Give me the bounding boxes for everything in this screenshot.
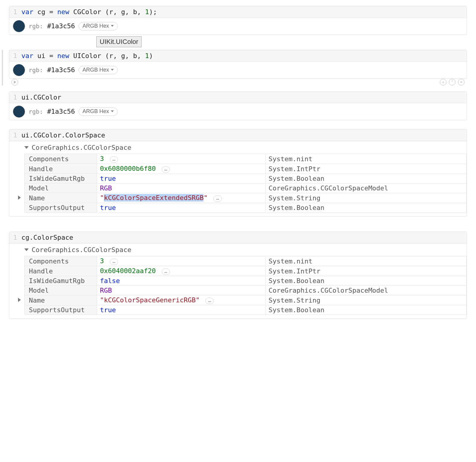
code-input-row[interactable]: 1 cg.ColorSpace xyxy=(9,232,467,243)
format-dropdown[interactable]: ARGB Hex xyxy=(79,66,118,74)
type-tooltip: UIKit.UIColor xyxy=(96,36,142,47)
code-text: var cg = new CGColor (r, g, b, 1); xyxy=(21,8,157,16)
property-name: SupportsOutput xyxy=(25,203,97,213)
object-type-header[interactable]: CoreGraphics.CGColorSpace xyxy=(9,141,467,154)
run-cell-button[interactable] xyxy=(11,79,18,85)
property-type: System.Boolean xyxy=(266,305,467,315)
color-swatch[interactable] xyxy=(13,20,25,32)
table-row: Name"kCGColorSpaceGenericRGB" …System.St… xyxy=(25,295,467,305)
table-row: Name"kCGColorSpaceExtendedSRGB" …System.… xyxy=(25,193,467,203)
cell-toolbar: + ” × xyxy=(9,79,467,85)
property-value: "kCGColorSpaceExtendedSRGB" … xyxy=(97,193,266,203)
play-icon xyxy=(14,81,16,84)
property-value: 0x6040002aaf20 … xyxy=(97,266,266,276)
code-cell-3: 1 ui.CGColor rgb: #1a3c56 ARGB Hex xyxy=(9,91,467,120)
object-type-header[interactable]: CoreGraphics.CGColorSpace xyxy=(9,243,467,256)
property-value: 3 … xyxy=(97,256,266,266)
rgb-label: rgb: xyxy=(29,108,43,115)
color-output-row: rgb: #1a3c56 ARGB Hex xyxy=(9,18,467,35)
property-type: System.String xyxy=(266,193,467,203)
property-table: Components3 …System.nintHandle0x6040002a… xyxy=(24,256,467,315)
line-number: 1 xyxy=(12,131,21,139)
property-name: Model xyxy=(25,286,97,295)
color-swatch[interactable] xyxy=(13,106,25,118)
property-value: 3 … xyxy=(97,154,266,164)
table-row: Handle0x6080000b6f80 …System.IntPtr xyxy=(25,164,467,174)
close-cell-button[interactable]: × xyxy=(458,79,465,85)
property-name: Handle xyxy=(25,164,97,174)
property-type: System.String xyxy=(266,295,467,305)
chevron-down-icon xyxy=(111,69,114,71)
color-output-row: rgb: #1a3c56 ARGB Hex xyxy=(9,103,467,120)
property-name: Model xyxy=(25,183,97,193)
disclosure-right-icon xyxy=(18,196,21,200)
property-type: System.nint xyxy=(266,256,467,266)
table-row: SupportsOutputtrueSystem.Boolean xyxy=(25,305,467,315)
table-row: ModelRGBCoreGraphics.CGColorSpaceModel xyxy=(25,183,467,193)
property-type: System.Boolean xyxy=(266,203,467,213)
line-number: 1 xyxy=(12,234,21,241)
code-input-row[interactable]: 1 var cg = new CGColor (r, g, b, 1); xyxy=(9,6,467,18)
code-input-row[interactable]: 1 ui.CGColor.ColorSpace xyxy=(9,130,467,141)
property-type: System.nint xyxy=(266,154,467,164)
add-cell-button[interactable]: + xyxy=(440,79,446,85)
expand-details-button[interactable]: … xyxy=(213,196,222,202)
property-value: "kCGColorSpaceGenericRGB" … xyxy=(97,295,266,305)
line-number: 1 xyxy=(12,94,21,101)
property-name: Components xyxy=(25,256,97,266)
property-value: true xyxy=(97,203,266,213)
property-name: Handle xyxy=(25,266,97,276)
property-name: SupportsOutput xyxy=(25,305,97,315)
active-cell-marker xyxy=(2,50,3,85)
object-inspector: CoreGraphics.CGColorSpace Components3 …S… xyxy=(9,243,467,319)
expand-details-button[interactable]: … xyxy=(205,298,214,304)
expand-details-button[interactable]: … xyxy=(162,166,170,173)
color-output-row: rgb: #1a3c56 ARGB Hex xyxy=(9,62,467,79)
table-row: Handle0x6040002aaf20 …System.IntPtr xyxy=(25,266,467,276)
property-type: System.Boolean xyxy=(266,174,467,183)
property-value: 0x6080000b6f80 … xyxy=(97,164,266,174)
line-number: 1 xyxy=(12,8,21,16)
property-name[interactable]: Name xyxy=(25,295,97,305)
color-swatch[interactable] xyxy=(13,64,25,76)
property-type: CoreGraphics.CGColorSpaceModel xyxy=(266,286,467,295)
quote-cell-button[interactable]: ” xyxy=(449,79,456,85)
property-value: false xyxy=(97,276,266,286)
table-row: ModelRGBCoreGraphics.CGColorSpaceModel xyxy=(25,286,467,295)
rgb-label: rgb: xyxy=(29,66,43,74)
disclosure-down-icon xyxy=(24,146,29,149)
table-row: SupportsOutputtrueSystem.Boolean xyxy=(25,203,467,213)
property-table: Components3 …System.nintHandle0x6080000b… xyxy=(24,154,467,213)
property-value: RGB xyxy=(97,183,266,193)
table-row: IsWideGamutRgbtrueSystem.Boolean xyxy=(25,174,467,183)
property-value: RGB xyxy=(97,286,266,295)
chevron-down-icon xyxy=(111,110,114,112)
line-number: 1 xyxy=(12,52,21,60)
property-name[interactable]: Name xyxy=(25,193,97,203)
expand-details-button[interactable]: … xyxy=(162,269,170,275)
code-text: var ui = new UIColor (r, g, b, 1) xyxy=(21,52,153,60)
property-type: System.Boolean xyxy=(266,276,467,286)
property-name: Components xyxy=(25,154,97,164)
object-inspector: CoreGraphics.CGColorSpace Components3 …S… xyxy=(9,141,467,216)
code-input-row[interactable]: 1 ui.CGColor xyxy=(9,92,467,103)
property-type: System.IntPtr xyxy=(266,266,467,276)
hex-value: #1a3c56 xyxy=(47,108,75,115)
code-text: cg.ColorSpace xyxy=(21,234,73,241)
property-name: IsWideGamutRgb xyxy=(25,276,97,286)
format-dropdown[interactable]: ARGB Hex xyxy=(79,107,118,116)
table-row: Components3 …System.nint xyxy=(25,154,467,164)
format-dropdown[interactable]: ARGB Hex xyxy=(79,22,118,30)
expand-details-button[interactable]: … xyxy=(110,156,118,163)
expand-details-button[interactable]: … xyxy=(110,259,118,265)
code-cell-5: 1 cg.ColorSpace CoreGraphics.CGColorSpac… xyxy=(9,232,467,319)
hex-value: #1a3c56 xyxy=(47,22,75,30)
table-row: Components3 …System.nint xyxy=(25,256,467,266)
property-value: true xyxy=(97,174,266,183)
code-text: ui.CGColor xyxy=(21,94,61,101)
table-row: IsWideGamutRgbfalseSystem.Boolean xyxy=(25,276,467,286)
code-input-row[interactable]: 1 var ui = new UIColor (r, g, b, 1) xyxy=(9,50,467,62)
property-name: IsWideGamutRgb xyxy=(25,174,97,183)
code-text: ui.CGColor.ColorSpace xyxy=(21,131,105,139)
cell-2-wrapper: UIKit.UIColor 1 var ui = new UIColor (r,… xyxy=(9,50,467,85)
